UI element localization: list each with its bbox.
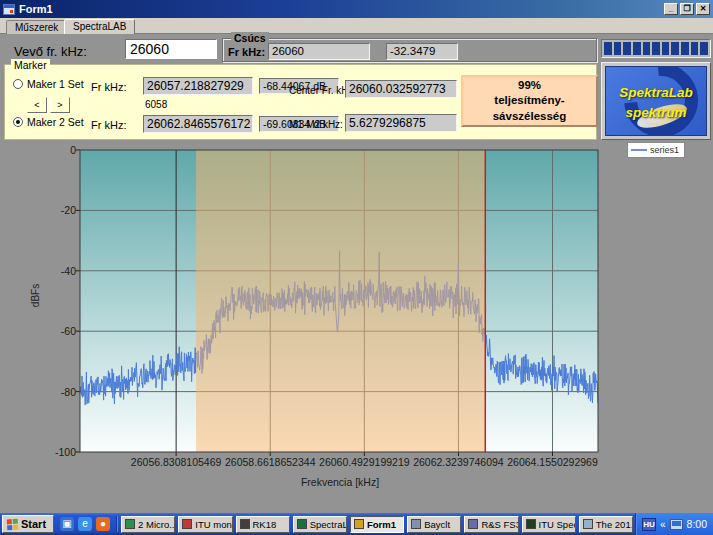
progress-segment: [691, 42, 699, 55]
marker-group-caption: Marker: [11, 59, 50, 71]
marker2-radio[interactable]: Maker 2 Set: [13, 116, 84, 128]
marker2-fr-label: Fr kHz:: [91, 119, 126, 131]
taskbar-button-label: RK18: [253, 519, 277, 530]
taskbar-button-icon: [354, 519, 364, 529]
marker2-radio-label: Maker 2 Set: [27, 116, 84, 128]
progress-segment: [604, 42, 612, 55]
app-window: Form1 _ ❐ ✕ Műszerek SpectraLAB Vevő fr.…: [0, 0, 713, 535]
taskbar: Start ▣e● 2 Micro... ▾ITU moni...RK18Spe…: [0, 513, 713, 535]
taskbar-button-label: Form1: [367, 519, 396, 530]
y-tick-label: -100: [34, 446, 76, 458]
spektralab-logo: SpektraLab spektrum: [605, 66, 707, 136]
peak-group-caption: Csúcs: [231, 32, 269, 44]
y-tick-label: -80: [34, 386, 76, 398]
start-button[interactable]: Start: [2, 515, 54, 533]
peak-level-value: -32.3479: [386, 43, 458, 60]
tray-clock: 8:00: [687, 518, 707, 530]
taskbar-button-icon: [526, 519, 536, 529]
ie-icon[interactable]: e: [78, 517, 92, 531]
center-freq-value: 26060.032592773: [345, 80, 457, 98]
bandwidth-99-button[interactable]: 99% teljesítmény-sávszélesség: [461, 75, 598, 127]
progress-segment: [681, 42, 689, 55]
windows-flag-icon: [7, 518, 19, 530]
x-axis-title: Frekvencia [kHz]: [260, 476, 420, 488]
legend-line-sample: [631, 149, 647, 151]
marker-panel: Marker Maker 1 Set Fr kHz: 26057.2188279…: [4, 64, 597, 140]
delta-freq-value: 5.6279296875: [345, 114, 457, 132]
taskbar-button-icon: [468, 519, 478, 529]
taskbar-button[interactable]: Bayclt: [407, 516, 461, 533]
tab-spectralab[interactable]: SpectraLAB: [64, 19, 135, 34]
logo-line2: spektrum: [606, 103, 706, 123]
tab-strip: Műszerek SpectraLAB: [0, 18, 713, 34]
taskbar-button-label: The 201...: [596, 519, 633, 530]
bandwidth-button-line2: teljesítmény-sávszélesség: [463, 93, 596, 124]
receiver-freq-label: Vevő fr. kHz:: [14, 44, 87, 59]
marker2-freq-value: 26062.8465576172: [143, 115, 253, 133]
taskbar-button-icon: [182, 519, 192, 529]
taskbar-separator: [116, 516, 117, 532]
chart-legend: series1: [627, 142, 685, 158]
y-tick-label: -60: [34, 325, 76, 337]
marker1-fr-label: Fr kHz:: [91, 81, 126, 93]
taskbar-button-icon: [240, 519, 250, 529]
firefox-icon[interactable]: ●: [96, 517, 110, 531]
taskbar-button-icon: [411, 519, 421, 529]
marker1-freq-value: 26057.218827929: [143, 77, 253, 95]
taskbar-button-label: SpectraL...: [310, 519, 347, 530]
tray-chevron-icon[interactable]: «: [660, 519, 666, 530]
window-icon: [3, 4, 15, 15]
peak-fr-label: Fr kHz:: [228, 46, 265, 58]
x-tick-label: 26064.1550292969: [493, 456, 613, 468]
taskbar-button[interactable]: ITU Spec...: [522, 516, 576, 533]
taskbar-button[interactable]: Form1: [350, 516, 404, 533]
marker1-radio-circle[interactable]: [13, 79, 23, 89]
taskbar-button-icon: [125, 519, 135, 529]
marker2-radio-circle[interactable]: [13, 117, 23, 127]
taskbar-button[interactable]: R&S FS3...: [464, 516, 518, 533]
taskbar-button-label: ITU moni...: [195, 519, 232, 530]
taskbar-button[interactable]: SpectraL...: [293, 516, 347, 533]
task-button-strip: 2 Micro... ▾ITU moni...RK18SpectraL...Fo…: [119, 516, 635, 533]
marker1-radio[interactable]: Maker 1 Set: [13, 78, 84, 90]
restore-button[interactable]: ❐: [680, 3, 694, 15]
marker-next-button[interactable]: >: [50, 97, 70, 113]
logo-line1: SpektraLab: [606, 83, 706, 103]
progress-segment: [643, 42, 651, 55]
taskbar-button-label: R&S FS3...: [481, 519, 518, 530]
peak-fr-value: 26060: [268, 43, 370, 60]
taskbar-button[interactable]: The 201...: [579, 516, 633, 533]
app-icon[interactable]: ▣: [60, 517, 74, 531]
taskbar-button-label: ITU Spec...: [539, 519, 576, 530]
progress-segment: [652, 42, 660, 55]
progress-bar: [601, 39, 711, 58]
progress-segment: [623, 42, 631, 55]
y-tick-label: -20: [34, 204, 76, 216]
title-bar[interactable]: Form1 _ ❐ ✕: [0, 0, 713, 18]
progress-segment: [662, 42, 670, 55]
quick-launch-bar: ▣e●: [60, 517, 110, 531]
y-tick-label: -40: [34, 265, 76, 277]
y-axis-title: dBFs: [30, 284, 41, 307]
marker-prev-button[interactable]: <: [27, 97, 47, 113]
legend-label: series1: [650, 145, 679, 155]
taskbar-button[interactable]: RK18: [236, 516, 290, 533]
y-tick-label: 0: [34, 144, 76, 156]
network-icon[interactable]: [670, 519, 683, 530]
delta-freq-label: M1-M2 kHz:: [289, 119, 343, 130]
taskbar-button-icon: [583, 519, 593, 529]
system-tray: HU « 8:00: [635, 513, 713, 535]
minimize-button[interactable]: _: [664, 3, 678, 15]
progress-segment: [633, 42, 641, 55]
spectrum-plot[interactable]: [80, 150, 598, 452]
marker-step-label: 6058: [145, 99, 167, 110]
taskbar-button[interactable]: 2 Micro... ▾: [121, 516, 175, 533]
tab-muszerek[interactable]: Műszerek: [6, 20, 67, 34]
taskbar-button-label: 2 Micro... ▾: [138, 519, 175, 530]
receiver-freq-input[interactable]: [125, 39, 217, 59]
taskbar-button[interactable]: ITU moni...: [178, 516, 232, 533]
marker1-radio-label: Maker 1 Set: [27, 78, 84, 90]
progress-segment: [671, 42, 679, 55]
close-button[interactable]: ✕: [696, 3, 710, 15]
language-indicator[interactable]: HU: [642, 518, 656, 531]
